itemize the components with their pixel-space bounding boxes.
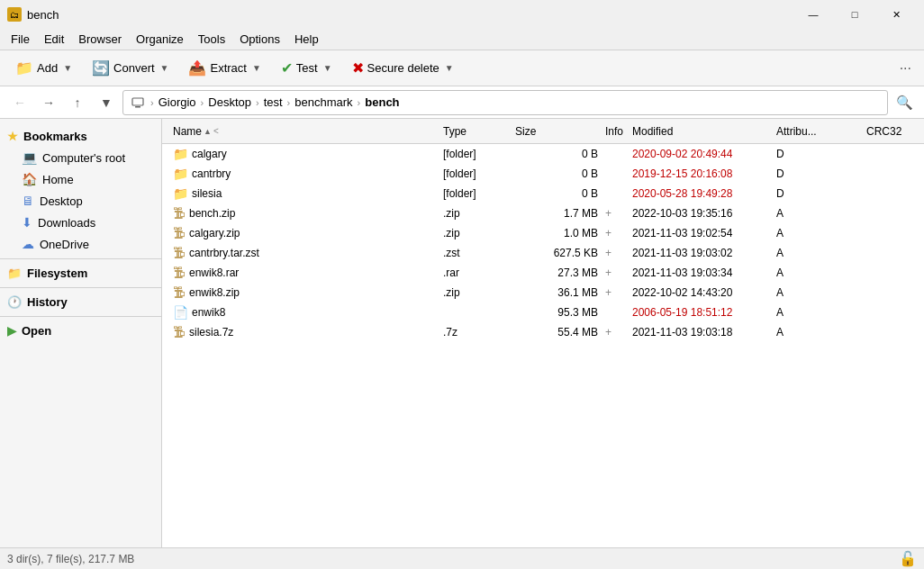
sidebar-desktop-label: Desktop <box>40 194 83 208</box>
breadcrumb-giorgio[interactable]: Giorgio <box>156 95 199 110</box>
sidebar-history-header[interactable]: 🕐 History <box>0 292 161 312</box>
col-attrib[interactable]: Attribu... <box>773 123 863 140</box>
table-row[interactable]: 📁 cantrbry [folder] 0 B 2019-12-15 20:16… <box>162 164 924 184</box>
file-name-cell: 🗜 silesia.7z <box>169 325 439 339</box>
forward-button[interactable]: → <box>36 90 61 115</box>
file-icon: 🗜 <box>173 246 186 260</box>
open-icon: ▶ <box>7 324 16 338</box>
table-row[interactable]: 🗜 calgary.zip .zip 1.0 MB + 2021-11-03 1… <box>162 223 924 243</box>
file-modified-cell: 2022-10-03 19:35:16 <box>629 207 773 220</box>
sidebar-item-home[interactable]: 🏠 Home <box>0 168 161 190</box>
col-modified[interactable]: Modified <box>629 123 773 140</box>
sidebar-filesystem-label: Filesystem <box>27 266 87 280</box>
plus-icon: + <box>605 266 611 279</box>
file-type-cell: .zip <box>439 227 512 239</box>
table-row[interactable]: 🗜 enwik8.rar .rar 27.3 MB + 2021-11-03 1… <box>162 263 924 283</box>
file-attrib-cell: A <box>773 266 863 279</box>
dropdown-button[interactable]: ▼ <box>94 90 119 115</box>
file-attrib-cell: A <box>773 326 863 339</box>
sep2: › <box>201 97 204 108</box>
menu-tools[interactable]: Tools <box>191 31 232 48</box>
close-button[interactable]: ✕ <box>875 0 917 29</box>
file-name-cell: 🗜 enwik8.zip <box>169 285 439 300</box>
file-modified-cell: 2021-11-03 19:02:54 <box>629 227 773 239</box>
sep1: › <box>150 97 154 108</box>
convert-label: Convert <box>113 61 155 75</box>
extract-button[interactable]: 📤 Extract ▼ <box>180 55 268 81</box>
col-crc32[interactable]: CRC32 <box>863 123 924 140</box>
table-row[interactable]: 🗜 bench.zip .zip 1.7 MB + 2022-10-03 19:… <box>162 203 924 223</box>
sort-icon: ▲ <box>204 127 212 136</box>
lock-icon: 🔓 <box>899 550 917 567</box>
extract-label: Extract <box>210 61 246 75</box>
plus-icon: + <box>605 207 611 220</box>
secure-delete-button[interactable]: ✖ Secure delete ▼ <box>344 55 462 81</box>
secure-delete-icon: ✖ <box>352 59 364 77</box>
maximize-button[interactable]: □ <box>834 0 875 29</box>
file-type-cell: .zst <box>439 247 512 259</box>
file-type-cell: [folder] <box>439 187 512 200</box>
file-name: silesia <box>192 187 222 200</box>
test-label: Test <box>296 61 318 75</box>
file-icon: 🗜 <box>173 285 186 300</box>
back-button[interactable]: ← <box>7 90 32 115</box>
file-name-cell: 🗜 enwik8.rar <box>169 266 439 280</box>
table-row[interactable]: 🗜 silesia.7z .7z 55.4 MB + 2021-11-03 19… <box>162 322 924 342</box>
file-size-cell: 1.0 MB <box>512 227 602 239</box>
titlebar: 🗂 bench — □ ✕ <box>0 0 924 29</box>
file-icon: 🗜 <box>173 325 186 339</box>
add-label: Add <box>37 61 58 75</box>
search-button[interactable]: 🔍 <box>892 90 917 115</box>
secure-delete-dropdown-icon: ▼ <box>445 63 454 73</box>
sidebar-item-computers-root[interactable]: 💻 Computer's root <box>0 147 161 168</box>
file-size-cell: 95.3 MB <box>512 306 602 319</box>
computer-breadcrumb[interactable] <box>129 95 149 111</box>
app-icon: 🗂 <box>7 7 22 22</box>
file-size-cell: 36.1 MB <box>512 286 602 299</box>
table-row[interactable]: 🗜 cantrbry.tar.zst .zst 627.5 KB + 2021-… <box>162 243 924 263</box>
toolbar-more-button[interactable]: ··· <box>894 57 917 80</box>
sidebar-open-header[interactable]: ▶ Open <box>0 321 161 341</box>
col-info[interactable]: Info <box>602 123 629 140</box>
sidebar-open-section: ▶ Open <box>0 321 161 341</box>
breadcrumb-desktop[interactable]: Desktop <box>205 95 254 110</box>
sidebar-filesystem-header[interactable]: 📁 Filesystem <box>0 263 161 284</box>
menu-browser[interactable]: Browser <box>71 31 129 48</box>
file-icon: 📁 <box>173 167 188 181</box>
table-row[interactable]: 📁 silesia [folder] 0 B 2020-05-28 19:49:… <box>162 184 924 203</box>
file-name: calgary.zip <box>189 227 240 239</box>
minimize-button[interactable]: — <box>793 0 834 29</box>
menu-options[interactable]: Options <box>232 31 287 48</box>
col-name[interactable]: Name ▲ < <box>169 123 439 140</box>
convert-dropdown-icon: ▼ <box>160 63 169 73</box>
table-row[interactable]: 🗜 enwik8.zip .zip 36.1 MB + 2022-10-02 1… <box>162 283 924 303</box>
sidebar-bookmarks-header[interactable]: ★ Bookmarks <box>0 126 161 147</box>
sidebar-item-onedrive[interactable]: ☁ OneDrive <box>0 233 161 255</box>
menu-help[interactable]: Help <box>287 31 326 48</box>
breadcrumb-benchmark[interactable]: benchmark <box>292 95 355 110</box>
breadcrumb-test[interactable]: test <box>261 95 285 110</box>
table-row[interactable]: 📁 calgary [folder] 0 B 2020-09-02 20:49:… <box>162 144 924 164</box>
menu-organize[interactable]: Organize <box>129 31 191 48</box>
file-size-cell: 0 B <box>512 167 602 180</box>
extract-dropdown-icon: ▼ <box>252 63 261 73</box>
col-size[interactable]: Size <box>512 123 602 140</box>
test-button[interactable]: ✔ Test ▼ <box>273 55 340 81</box>
table-row[interactable]: 📄 enwik8 95.3 MB 2006-05-19 18:51:12 A <box>162 303 924 322</box>
sidebar-item-desktop[interactable]: 🖥 Desktop <box>0 190 161 212</box>
menu-file[interactable]: File <box>4 31 37 48</box>
sidebar-history-label: History <box>27 295 68 309</box>
up-button[interactable]: ↑ <box>65 90 90 115</box>
file-size-cell: 55.4 MB <box>512 326 602 339</box>
file-icon: 🗜 <box>173 226 186 240</box>
sidebar-item-downloads[interactable]: ⬇ Downloads <box>0 212 161 233</box>
sort-less-icon: < <box>213 126 219 136</box>
breadcrumb-bench[interactable]: bench <box>362 95 402 110</box>
menu-edit[interactable]: Edit <box>37 31 71 48</box>
filelist-header: Name ▲ < Type Size Info Modified Attribu… <box>162 119 924 144</box>
col-type[interactable]: Type <box>439 123 512 140</box>
convert-button[interactable]: 🔄 Convert ▼ <box>84 55 177 81</box>
file-name-cell: 📁 calgary <box>169 147 439 161</box>
file-name-cell: 📁 silesia <box>169 186 439 201</box>
add-button[interactable]: 📁 Add ▼ <box>7 55 80 81</box>
